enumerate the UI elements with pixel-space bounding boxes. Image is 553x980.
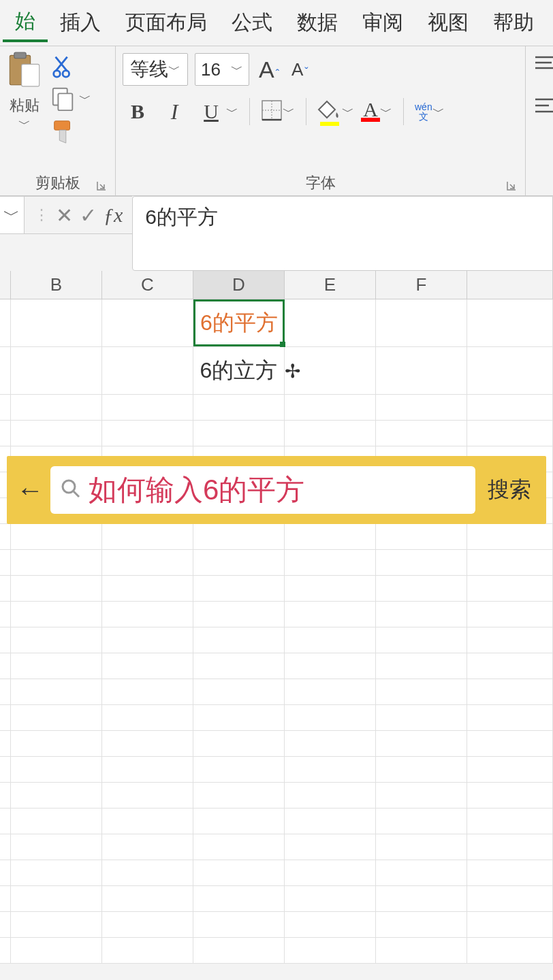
- search-text: 如何输入6的平方: [89, 471, 304, 509]
- row-header-2[interactable]: [0, 347, 11, 394]
- search-box[interactable]: 如何输入6的平方: [50, 466, 475, 514]
- formula-handle-icon: ⋮: [34, 206, 49, 224]
- cell-c2[interactable]: [102, 347, 193, 394]
- cell-g1[interactable]: [467, 299, 553, 346]
- accept-formula-button[interactable]: ✓: [80, 203, 97, 227]
- font-group-label: 字体: [306, 173, 336, 193]
- phonetic-guide-button[interactable]: wén 文 ﹀: [415, 102, 445, 121]
- svg-rect-7: [54, 121, 70, 130]
- alignment-group: [526, 46, 553, 195]
- font-group: 等线 ﹀ 16 ﹀ Aˆ Aˇ B I U ﹀: [116, 46, 526, 195]
- svg-rect-2: [22, 64, 40, 86]
- cell-f2[interactable]: [376, 347, 467, 394]
- menu-view[interactable]: 视图: [415, 5, 481, 41]
- decrease-font-size-button[interactable]: Aˇ: [289, 59, 311, 80]
- fill-color-button[interactable]: ﹀: [317, 97, 354, 126]
- paste-dropdown-icon[interactable]: ﹀: [18, 116, 31, 132]
- chevron-down-icon[interactable]: ﹀: [283, 103, 295, 120]
- cell-d2[interactable]: 6的立方 ✢: [193, 347, 285, 394]
- formula-bar: ﹀ ⋮ ✕ ✓ ƒx 6的平方: [0, 196, 553, 271]
- back-arrow-icon[interactable]: ←: [16, 475, 44, 506]
- menu-bar: 始 插入 页面布局 公式 数据 审阅 视图 帮助: [0, 0, 553, 46]
- column-header-b[interactable]: B: [11, 271, 102, 299]
- italic-button[interactable]: I: [159, 97, 189, 127]
- column-header-e[interactable]: E: [285, 271, 376, 299]
- align-left-button[interactable]: [533, 93, 553, 121]
- menu-review[interactable]: 审阅: [350, 5, 415, 41]
- formula-input[interactable]: 6的平方: [132, 196, 553, 271]
- cancel-formula-button[interactable]: ✕: [56, 203, 73, 227]
- svg-point-3: [54, 71, 61, 78]
- align-top-button[interactable]: [533, 53, 553, 82]
- chevron-down-icon[interactable]: ﹀: [226, 103, 238, 120]
- cell-e2[interactable]: [285, 347, 376, 394]
- divider: [306, 98, 306, 125]
- grid-row-2: 6的立方 ✢: [0, 347, 553, 395]
- font-name-value: 等线: [130, 56, 168, 82]
- font-size-select[interactable]: 16 ﹀: [195, 53, 249, 86]
- format-painter-button[interactable]: [50, 118, 91, 144]
- chevron-down-icon: ﹀: [168, 61, 180, 78]
- formula-value: 6的平方: [145, 206, 218, 228]
- name-box[interactable]: ﹀: [0, 196, 25, 234]
- border-icon: [261, 99, 283, 124]
- grid-row: [0, 679, 553, 705]
- grid-row: [0, 524, 553, 550]
- grid-row: [0, 912, 553, 938]
- row-header-1[interactable]: [0, 299, 11, 346]
- menu-home[interactable]: 始: [3, 3, 48, 42]
- grid-row: [0, 627, 553, 653]
- svg-point-4: [63, 71, 69, 78]
- chevron-down-icon[interactable]: ﹀: [432, 103, 445, 120]
- spreadsheet-grid[interactable]: B C D E F 6的平方 6的立方 ✢: [0, 271, 553, 964]
- border-button[interactable]: ﹀: [261, 99, 295, 124]
- cell-g2[interactable]: [467, 347, 553, 394]
- cell-b1[interactable]: [11, 299, 102, 346]
- menu-help[interactable]: 帮助: [481, 5, 546, 41]
- cell-d1[interactable]: 6的平方: [193, 299, 285, 346]
- bold-button[interactable]: B: [123, 97, 153, 127]
- search-button[interactable]: 搜索: [482, 475, 537, 505]
- cell-c1[interactable]: [102, 299, 193, 346]
- chevron-down-icon[interactable]: ﹀: [342, 103, 354, 120]
- grid-row: [0, 421, 553, 446]
- cell-e1[interactable]: [285, 299, 376, 346]
- cell-b2[interactable]: [11, 347, 102, 394]
- grid-row: [0, 602, 553, 627]
- column-header-f[interactable]: F: [376, 271, 467, 299]
- cell-f1[interactable]: [376, 299, 467, 346]
- svg-rect-6: [58, 93, 72, 110]
- font-launcher-icon[interactable]: [505, 179, 518, 193]
- insert-function-button[interactable]: ƒx: [104, 203, 123, 227]
- chevron-down-icon: ﹀: [3, 204, 20, 226]
- row-header-corner[interactable]: [0, 271, 11, 299]
- copy-dropdown-icon[interactable]: ﹀: [79, 91, 91, 107]
- grid-row: [0, 653, 553, 679]
- grid-row: [0, 886, 553, 912]
- clipboard-group-label: 剪贴板: [35, 173, 80, 193]
- font-color-button[interactable]: A ﹀: [361, 101, 392, 122]
- font-color-icon: A: [361, 101, 380, 122]
- svg-line-19: [74, 491, 79, 497]
- paste-icon[interactable]: [7, 50, 42, 93]
- menu-page-layout[interactable]: 页面布局: [113, 5, 219, 41]
- phonetic-guide-icon: wén 文: [415, 102, 432, 121]
- column-header-d[interactable]: D: [193, 271, 285, 299]
- font-name-select[interactable]: 等线 ﹀: [123, 53, 188, 86]
- cut-button[interactable]: [50, 53, 91, 79]
- clipboard-launcher-icon[interactable]: [95, 179, 108, 193]
- menu-insert[interactable]: 插入: [48, 5, 113, 41]
- increase-font-size-button[interactable]: Aˆ: [256, 56, 282, 83]
- menu-formulas[interactable]: 公式: [219, 5, 285, 41]
- menu-data[interactable]: 数据: [285, 5, 350, 41]
- copy-button[interactable]: ﹀: [50, 86, 91, 112]
- fill-color-icon: [317, 97, 342, 126]
- ribbon: 粘贴 ﹀ ﹀ 剪贴板: [0, 46, 553, 196]
- grid-row: [0, 731, 553, 757]
- column-header-blank[interactable]: [467, 271, 553, 299]
- chevron-down-icon: ﹀: [231, 61, 243, 78]
- chevron-down-icon[interactable]: ﹀: [380, 103, 392, 120]
- column-header-c[interactable]: C: [102, 271, 193, 299]
- grid-row: [0, 808, 553, 834]
- underline-button[interactable]: U ﹀: [196, 97, 238, 127]
